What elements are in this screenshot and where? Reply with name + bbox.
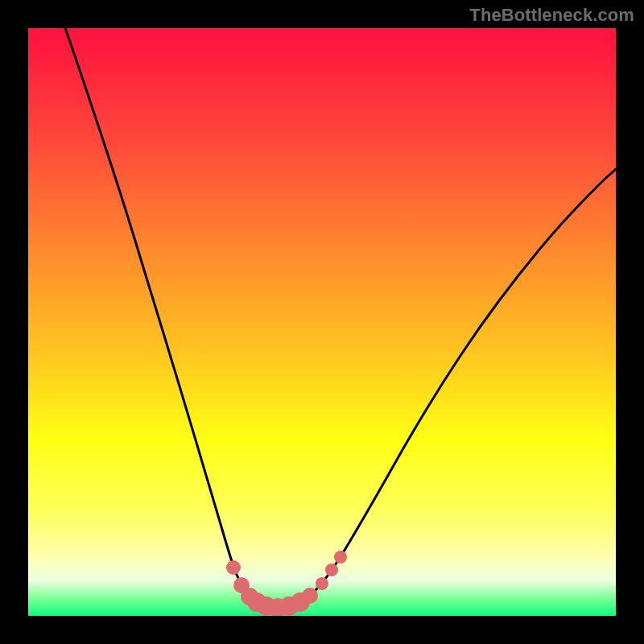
highlight-marker bbox=[316, 577, 328, 590]
highlight-marker bbox=[325, 564, 338, 576]
highlight-marker bbox=[334, 551, 347, 564]
chart-frame: TheBottleneck.com bbox=[0, 0, 644, 644]
chart-svg bbox=[28, 28, 616, 616]
highlight-marker bbox=[226, 560, 241, 575]
watermark-text: TheBottleneck.com bbox=[469, 5, 634, 26]
bottleneck-curve bbox=[65, 28, 616, 608]
highlight-marker bbox=[302, 588, 318, 604]
chart-plot-area bbox=[28, 28, 616, 616]
